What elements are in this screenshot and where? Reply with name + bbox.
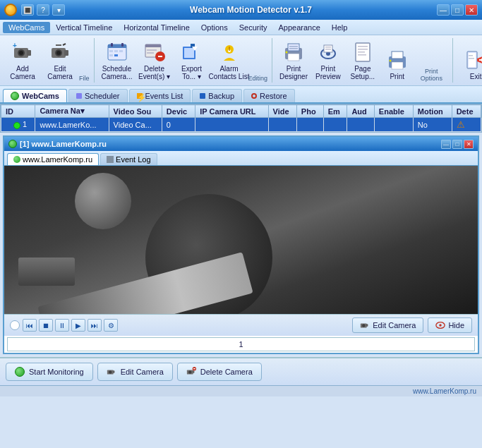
print-designer-button[interactable]: PrintDesigner — [277, 38, 311, 83]
media-next-button[interactable]: ⏭ — [88, 319, 102, 332]
svg-point-61 — [362, 324, 365, 327]
page-counter: 1 — [7, 337, 475, 351]
maximize-button[interactable]: □ — [451, 4, 464, 16]
app-title: Webcam Motion Detector v.1.7 — [65, 5, 437, 15]
col-audio[interactable]: Aud — [347, 105, 374, 118]
menu-vertical-timeline[interactable]: Vertical Timeline — [50, 22, 118, 33]
main-content: ID Camera Na▾ Video Sou Devic IP Camera … — [0, 104, 482, 133]
page-setup-button[interactable]: PageSetup... — [346, 38, 380, 83]
sub-window: [1] www.LamerKomp.ru — □ ✕ www.LamerKomp… — [3, 135, 479, 354]
menu-webcams[interactable]: WebCams — [3, 22, 50, 33]
media-stop-button[interactable]: ⏹ — [39, 319, 53, 332]
sub-tab-log-icon — [107, 156, 114, 163]
delete-events-label: DeleteEvent(s) ▾ — [138, 65, 170, 80]
sub-edit-camera-button[interactable]: Edit Camera — [352, 317, 423, 333]
sub-tab-event-log[interactable]: Event Log — [100, 153, 157, 165]
media-prev-button[interactable]: ⏮ — [23, 319, 37, 332]
camera-feed — [4, 166, 478, 314]
schedule-camera-label: ScheduleCamera... — [102, 65, 133, 80]
sub-window-controls-bar: ⏮ ⏹ ⏸ ▶ ⏭ ⚙ Edit Camera — [4, 314, 478, 336]
sub-window-controls: — □ ✕ — [441, 140, 474, 149]
page-setup-icon — [351, 41, 374, 63]
col-ip-url[interactable]: IP Camera URL — [195, 105, 268, 118]
table-header-row: ID Camera Na▾ Video Sou Devic IP Camera … — [1, 105, 481, 118]
tab-backup[interactable]: Backup — [192, 89, 242, 102]
schedule-camera-button[interactable]: ScheduleCamera... — [99, 38, 135, 83]
sub-action-buttons: Edit Camera Hide — [352, 317, 472, 333]
print-button[interactable]: Print — [380, 46, 414, 83]
title-bar-left: 🔳 ? ▾ — [4, 4, 65, 16]
col-camera-name[interactable]: Camera Na▾ — [35, 105, 109, 118]
sub-tab-log-label: Event Log — [116, 155, 151, 164]
col-device[interactable]: Devic — [162, 105, 195, 118]
media-pause-button[interactable]: ⏸ — [55, 319, 69, 332]
status-bar: www.LamerKomp.ru — [0, 385, 482, 396]
print-preview-button[interactable]: PrintPreview — [311, 38, 345, 83]
svg-rect-70 — [193, 370, 195, 373]
delete-camera-button[interactable]: Delete Camera — [177, 363, 262, 381]
sub-window-title: [1] www.LamerKomp.ru — [20, 140, 107, 148]
svg-rect-13 — [111, 43, 113, 47]
cell-device: 0 — [162, 118, 195, 132]
start-monitoring-button[interactable]: Start Monitoring — [6, 363, 93, 381]
hide-button[interactable]: Hide — [428, 317, 472, 333]
exit-button[interactable]: Exit — [457, 46, 482, 83]
camera-status-dot — [13, 122, 20, 129]
tab-events-list[interactable]: ⚡ Events List — [129, 89, 191, 102]
svg-rect-9 — [56, 44, 61, 46]
sub-close-button[interactable]: ✕ — [464, 140, 474, 149]
minimize-button[interactable]: — — [437, 4, 450, 16]
edit-camera-main-button[interactable]: Edit Camera — [97, 363, 173, 381]
sub-minimize-button[interactable]: — — [441, 140, 451, 149]
toolbar-dropdown[interactable]: ▾ — [52, 4, 65, 16]
tab-scheduler[interactable]: Scheduler — [68, 89, 128, 102]
svg-rect-55 — [469, 55, 473, 56]
col-enable[interactable]: Enable — [374, 105, 413, 118]
export-to-icon — [181, 41, 203, 63]
tab-restore-label: Restore — [260, 92, 287, 100]
menu-appearance[interactable]: Appearance — [272, 22, 325, 33]
sub-radio-button[interactable] — [10, 320, 20, 330]
col-email[interactable]: Em — [323, 105, 347, 118]
menu-horizontal-timeline[interactable]: Horizontal Timeline — [118, 22, 195, 33]
col-dete[interactable]: Dete — [452, 105, 481, 118]
close-button[interactable]: ✕ — [465, 4, 478, 16]
svg-rect-14 — [121, 43, 123, 47]
export-to-button[interactable]: ExportTo... ▾ — [174, 38, 210, 83]
media-settings-button[interactable]: ⚙ — [104, 319, 118, 332]
media-play-button[interactable]: ▶ — [71, 319, 85, 332]
col-phone[interactable]: Pho — [296, 105, 323, 118]
warning-icon: ⚠ — [457, 119, 465, 130]
menu-help[interactable]: Help — [326, 22, 354, 33]
add-camera-button[interactable]: + AddCamera — [4, 38, 41, 83]
svg-rect-47 — [358, 52, 365, 53]
table-row[interactable]: ▶ 1 www.LamerKo... Video Ca... 0 No ⚠ — [1, 118, 481, 132]
cell-ip-url — [195, 118, 268, 132]
alarm-contacts-button[interactable]: AlarmContacts List — [211, 38, 248, 83]
edit-camera-icon — [49, 41, 71, 63]
toolbar-btn-1[interactable]: 🔳 — [21, 4, 34, 16]
sub-edit-camera-label: Edit Camera — [373, 321, 416, 329]
col-motion[interactable]: Motion — [413, 105, 452, 118]
feed-shape-base — [18, 258, 75, 286]
col-video-source[interactable]: Video Sou — [109, 105, 162, 118]
svg-rect-51 — [392, 62, 403, 69]
edit-camera-toolbar-button[interactable]: EditCamera — [42, 38, 78, 83]
svg-rect-16 — [114, 50, 118, 52]
page-number: 1 — [239, 340, 243, 349]
col-video[interactable]: Vide — [268, 105, 296, 118]
tab-restore[interactable]: Restore — [243, 89, 295, 102]
camera-table: ID Camera Na▾ Video Sou Devic IP Camera … — [1, 104, 481, 132]
menu-options[interactable]: Options — [195, 22, 234, 33]
svg-point-7 — [56, 51, 61, 55]
menu-security[interactable]: Security — [234, 22, 273, 33]
col-id[interactable]: ID — [1, 105, 35, 118]
sub-tab-camera[interactable]: www.LamerKomp.ru — [7, 153, 99, 165]
toolbar-btn-2[interactable]: ? — [37, 4, 49, 16]
menu-bar: WebCams Vertical Timeline Horizontal Tim… — [0, 20, 482, 35]
edit-camera-toolbar-label: EditCamera — [47, 65, 73, 80]
delete-events-button[interactable]: DeleteEvent(s) ▾ — [136, 38, 173, 83]
tab-webcams[interactable]: WebCams — [3, 89, 67, 102]
sub-maximize-button[interactable]: □ — [452, 140, 462, 149]
page-setup-label: PageSetup... — [351, 65, 375, 80]
